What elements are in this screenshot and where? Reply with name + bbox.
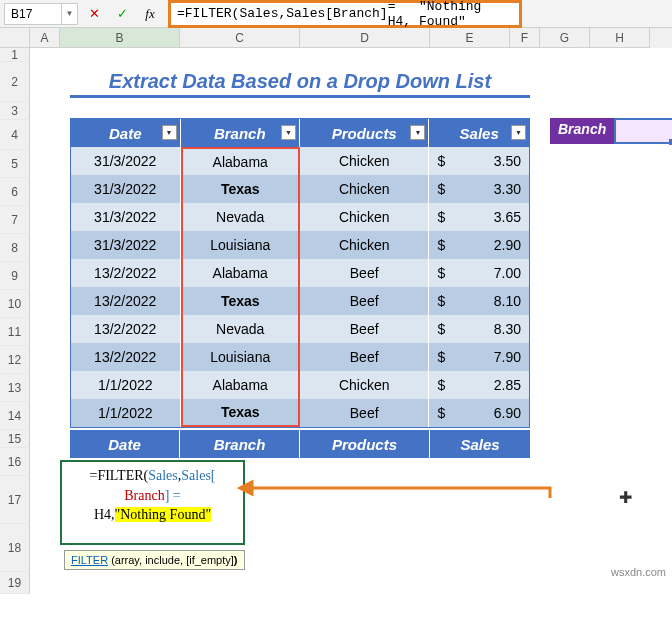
cell-sales[interactable]: $8.30 <box>429 315 529 343</box>
cell-sales[interactable]: $2.85 <box>429 371 529 399</box>
cell-branch[interactable]: Alabama <box>181 259 300 287</box>
col-header-G[interactable]: G <box>540 28 590 48</box>
cell-date[interactable]: 13/2/2022 <box>71 287 181 315</box>
table-row[interactable]: 13/2/2022AlabamaBeef$7.00 <box>71 259 529 287</box>
header-sales[interactable]: Sales <box>430 430 530 458</box>
cell-product[interactable]: Beef <box>300 399 429 427</box>
cell-date[interactable]: 13/2/2022 <box>71 343 181 371</box>
row-header-8[interactable]: 8 <box>0 234 30 262</box>
cell-product[interactable]: Beef <box>300 315 429 343</box>
col-header-F[interactable]: F <box>510 28 540 48</box>
row-header-19[interactable]: 19 <box>0 572 30 594</box>
fx-icon[interactable]: fx <box>138 3 162 25</box>
row-header-7[interactable]: 7 <box>0 206 30 234</box>
row-header-5[interactable]: 5 <box>0 150 30 178</box>
row-header-11[interactable]: 11 <box>0 318 30 346</box>
row-header-2[interactable]: 2 <box>0 62 30 102</box>
filter-icon[interactable]: ▼ <box>410 125 425 140</box>
table-row[interactable]: 1/1/2022TexasBeef$6.90 <box>71 399 529 427</box>
cell-date[interactable]: 31/3/2022 <box>71 231 181 259</box>
cell-branch[interactable]: Nevada <box>181 203 300 231</box>
header-date[interactable]: Date <box>70 430 180 458</box>
cell-product[interactable]: Chicken <box>300 203 429 231</box>
table-row[interactable]: 13/2/2022LouisianaBeef$7.90 <box>71 343 529 371</box>
row-header-18[interactable]: 18 <box>0 524 30 572</box>
table-row[interactable]: 1/1/2022AlabamaChicken$2.85 <box>71 371 529 399</box>
table-row[interactable]: 31/3/2022NevadaChicken$3.65 <box>71 203 529 231</box>
cell-product[interactable]: Beef <box>300 287 429 315</box>
cancel-icon[interactable]: ✕ <box>82 3 106 25</box>
cell-date[interactable]: 31/3/2022 <box>71 175 181 203</box>
cell-product[interactable]: Chicken <box>300 147 429 175</box>
header-products[interactable]: Products▼ <box>300 119 429 147</box>
table-row[interactable]: 13/2/2022TexasBeef$8.10 <box>71 287 529 315</box>
table-row[interactable]: 13/2/2022NevadaBeef$8.30 <box>71 315 529 343</box>
row-header-6[interactable]: 6 <box>0 178 30 206</box>
header-sales[interactable]: Sales▼ <box>429 119 529 147</box>
cell-product[interactable]: Chicken <box>300 371 429 399</box>
col-header-C[interactable]: C <box>180 28 300 48</box>
filter-icon[interactable]: ▼ <box>511 125 526 140</box>
col-header-E[interactable]: E <box>430 28 510 48</box>
col-header-B[interactable]: B <box>60 28 180 48</box>
formula-tooltip[interactable]: FILTER (array, include, [if_empty]) <box>64 550 245 570</box>
cell-date[interactable]: 13/2/2022 <box>71 315 181 343</box>
row-header-17[interactable]: 17 <box>0 476 30 524</box>
filter-icon[interactable]: ▼ <box>162 125 177 140</box>
cell-branch[interactable]: Texas <box>181 287 300 315</box>
cell-date[interactable]: 1/1/2022 <box>71 371 181 399</box>
row-header-4[interactable]: 4 <box>0 120 30 150</box>
name-box-dropdown[interactable]: ▼ <box>62 3 78 25</box>
confirm-icon[interactable]: ✓ <box>110 3 134 25</box>
header-branch[interactable]: Branch▼ <box>181 119 300 147</box>
cell-product[interactable]: Chicken <box>300 175 429 203</box>
cell-date[interactable]: 31/3/2022 <box>71 203 181 231</box>
col-header-H[interactable]: H <box>590 28 650 48</box>
cell-sales[interactable]: $7.00 <box>429 259 529 287</box>
cell-branch[interactable]: Louisiana <box>181 343 300 371</box>
cell-sales[interactable]: $7.90 <box>429 343 529 371</box>
row-header-16[interactable]: 16 <box>0 448 30 476</box>
row-header-9[interactable]: 9 <box>0 262 30 290</box>
cell-branch[interactable]: Texas <box>181 399 300 427</box>
header-branch[interactable]: Branch <box>180 430 300 458</box>
row-header-15[interactable]: 15 <box>0 430 30 448</box>
cell-branch[interactable]: Alabama <box>181 371 300 399</box>
col-header-D[interactable]: D <box>300 28 430 48</box>
cell-date[interactable]: 1/1/2022 <box>71 399 181 427</box>
cell-sales[interactable]: $2.90 <box>429 231 529 259</box>
cell-product[interactable]: Beef <box>300 343 429 371</box>
row-header-3[interactable]: 3 <box>0 102 30 120</box>
cell-branch[interactable]: Nevada <box>181 315 300 343</box>
cells-area[interactable]: Extract Data Based on a Drop Down List D… <box>30 48 672 594</box>
cell-product[interactable]: Chicken <box>300 231 429 259</box>
cell-sales[interactable]: $3.30 <box>429 175 529 203</box>
formula-bar[interactable]: =FILTER(Sales,Sales[Branch] = H4,"Nothin… <box>168 0 522 28</box>
cell-product[interactable]: Beef <box>300 259 429 287</box>
row-header-14[interactable]: 14 <box>0 402 30 430</box>
table-row[interactable]: 31/3/2022AlabamaChicken$3.50 <box>71 147 529 175</box>
row-header-12[interactable]: 12 <box>0 346 30 374</box>
name-box[interactable]: B17 <box>4 3 62 25</box>
cell-sales[interactable]: $3.65 <box>429 203 529 231</box>
col-header-A[interactable]: A <box>30 28 60 48</box>
cell-branch[interactable]: Texas <box>181 175 300 203</box>
cell-branch[interactable]: Louisiana <box>181 231 300 259</box>
header-products[interactable]: Products <box>300 430 430 458</box>
filter-icon[interactable]: ▼ <box>281 125 296 140</box>
row-header-1[interactable]: 1 <box>0 48 30 62</box>
cell-sales[interactable]: $8.10 <box>429 287 529 315</box>
table-row[interactable]: 31/3/2022TexasChicken$3.30 <box>71 175 529 203</box>
tooltip-fn-link[interactable]: FILTER <box>71 554 108 566</box>
cell-date[interactable]: 31/3/2022 <box>71 147 181 175</box>
row-header-13[interactable]: 13 <box>0 374 30 402</box>
cell-sales[interactable]: $3.50 <box>429 147 529 175</box>
header-date[interactable]: Date▼ <box>71 119 181 147</box>
branch-dropdown-cell[interactable] <box>614 118 672 144</box>
active-cell-edit[interactable]: =FILTER(Sales,Sales[Branch] = H4,"Nothin… <box>60 460 245 545</box>
col-header-corner[interactable] <box>0 28 30 48</box>
table-row[interactable]: 31/3/2022LouisianaChicken$2.90 <box>71 231 529 259</box>
cell-branch[interactable]: Alabama <box>181 147 300 175</box>
row-header-10[interactable]: 10 <box>0 290 30 318</box>
cell-sales[interactable]: $6.90 <box>429 399 529 427</box>
